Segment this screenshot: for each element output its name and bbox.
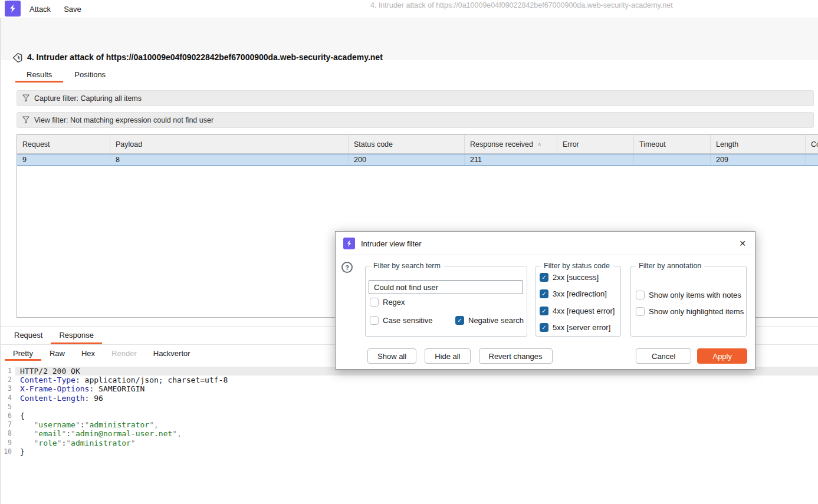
code-line: Content-Length: 96	[15, 394, 818, 403]
code-segment	[20, 439, 34, 447]
results-table-header: RequestPayloadStatus codeResponse receiv…	[17, 135, 818, 154]
code-segment: {	[20, 411, 25, 420]
checkbox-label: 4xx [request error]	[553, 307, 615, 315]
view-tab-pretty[interactable]: Pretty	[5, 345, 41, 361]
results-table-body: 98200211209	[17, 154, 818, 166]
column-header-request[interactable]: Request	[17, 135, 110, 153]
code-line: }	[15, 447, 818, 456]
intruder-attack-window: Attack Save 4. Intruder attack of https:…	[0, 0, 818, 504]
menu-items: Attack Save	[29, 0, 81, 18]
tab-positions[interactable]: Positions	[63, 66, 117, 83]
code-segment: "	[172, 429, 177, 438]
checkbox-unchecked-icon[interactable]	[370, 316, 379, 325]
column-header-payload[interactable]: Payload	[110, 135, 349, 153]
view-filter-bar[interactable]: View filter: Not matching expression cou…	[17, 112, 814, 128]
hide-all-button[interactable]: Hide all	[425, 348, 470, 364]
checkbox-label: Show only items with notes	[649, 291, 741, 299]
intruder-view-filter-dialog: Intruder view filter ✕ ? Filter by searc…	[335, 231, 755, 370]
column-header-timeout[interactable]: Timeout	[634, 135, 711, 153]
checkbox-checked-icon[interactable]: ✓	[455, 316, 464, 325]
checkbox-regex[interactable]: Regex	[370, 298, 405, 307]
code-segment: "	[149, 420, 154, 429]
checkbox-show-only-highlighted-items[interactable]: Show only highlighted items	[636, 307, 744, 316]
dialog-titlebar: Intruder view filter ✕	[336, 232, 755, 255]
dialog-title: Intruder view filter	[361, 232, 422, 255]
code-segment: Content-Length	[20, 394, 85, 403]
tab-results[interactable]: Results	[15, 66, 63, 83]
code-segment: ,	[177, 429, 182, 438]
funnel-icon	[22, 116, 29, 124]
checkbox-checked-icon[interactable]: ✓	[540, 289, 548, 298]
column-header-error[interactable]: Error	[557, 135, 634, 153]
dialog-buttons-left: Show allHide allRevert changes	[367, 348, 553, 364]
table-row-selected[interactable]: 98200211209	[17, 154, 818, 166]
checkbox-show-only-items-with-notes[interactable]: Show only items with notes	[636, 291, 741, 299]
search-term-input[interactable]	[369, 280, 523, 294]
view-tab-hex[interactable]: Hex	[73, 345, 103, 361]
code-segment: HTTP/2 200 OK	[20, 367, 80, 375]
checkbox-5xx-server-error[interactable]: ✓5xx [server error]	[540, 323, 610, 332]
column-header-label: Timeout	[639, 140, 666, 149]
checkbox-2xx-success[interactable]: ✓2xx [success]	[540, 273, 599, 282]
cancel-button[interactable]: Cancel	[636, 348, 691, 364]
column-header-label: Comment	[811, 140, 818, 149]
code-segment	[20, 429, 34, 438]
apply-button[interactable]: Apply	[697, 348, 747, 364]
table-cell	[557, 154, 634, 165]
message-view-tabs: PrettyRawHexRenderHackvertor	[5, 345, 199, 361]
help-icon[interactable]: ?	[341, 262, 353, 273]
column-header-label: Status code	[354, 140, 393, 149]
checkbox-checked-icon[interactable]: ✓	[540, 307, 548, 315]
column-header-response-received[interactable]: Response received∧	[465, 135, 557, 153]
column-header-label: Length	[716, 140, 738, 149]
code-segment: administrator	[89, 420, 149, 429]
code-segment: : application/json; charset=utf-8	[75, 375, 228, 384]
code-segment: "	[71, 429, 75, 438]
group-legend: Filter by annotation	[636, 262, 704, 270]
response-editor[interactable]: 1HTTP/2 200 OK2Content-Type: application…	[0, 364, 818, 504]
checkbox-unchecked-icon[interactable]	[370, 298, 379, 307]
tab-request[interactable]: Request	[6, 327, 51, 342]
column-header-comment[interactable]: Comment	[806, 135, 818, 153]
message-tabs: RequestResponse	[6, 327, 102, 342]
checkbox-case-sensitive[interactable]: Case sensitive	[370, 316, 433, 325]
code-segment: ,	[154, 420, 159, 429]
attack-window-icon	[12, 52, 23, 64]
view-tab-hackvertor[interactable]: Hackvertor	[145, 345, 199, 361]
checkbox-label: Case sensitive	[383, 316, 433, 325]
column-header-status-code[interactable]: Status code	[349, 135, 465, 153]
code-line	[15, 403, 818, 411]
checkbox-label: Regex	[383, 298, 405, 307]
checkbox-3xx-redirection[interactable]: ✓3xx [redirection]	[540, 289, 607, 298]
code-segment: administrator	[71, 439, 131, 447]
column-header-length[interactable]: Length	[711, 135, 806, 153]
checkbox-4xx-request-error[interactable]: ✓4xx [request error]	[540, 307, 615, 315]
tab-response[interactable]: Response	[51, 327, 102, 342]
code-segment: "	[131, 439, 136, 447]
column-header-label: Payload	[116, 140, 142, 149]
show-all-button[interactable]: Show all	[367, 348, 416, 364]
code-segment	[20, 420, 34, 429]
checkbox-checked-icon[interactable]: ✓	[540, 323, 548, 332]
table-cell	[634, 154, 711, 165]
close-icon[interactable]: ✕	[739, 232, 746, 255]
checkbox-negative-search[interactable]: ✓Negative search	[455, 316, 524, 325]
checkbox-label: 3xx [redirection]	[553, 289, 607, 298]
menu-attack[interactable]: Attack	[29, 5, 51, 14]
filter-by-search-term-group: Filter by search term RegexCase sensitiv…	[365, 266, 527, 337]
menu-save[interactable]: Save	[64, 5, 81, 14]
code-segment: admin@normal-user.net	[75, 429, 172, 438]
checkbox-checked-icon[interactable]: ✓	[540, 273, 548, 282]
view-filter-label: View filter: Not matching expression cou…	[34, 116, 213, 124]
view-tab-raw[interactable]: Raw	[41, 345, 73, 361]
revert-changes-button[interactable]: Revert changes	[479, 348, 553, 364]
checkbox-unchecked-icon[interactable]	[636, 307, 645, 316]
line-number: 7	[0, 420, 12, 429]
intruder-app-icon	[5, 1, 21, 17]
line-number: 9	[0, 439, 12, 447]
capture-filter-bar[interactable]: Capture filter: Capturing all items	[17, 90, 814, 106]
checkbox-unchecked-icon[interactable]	[636, 291, 645, 299]
capture-filter-label: Capture filter: Capturing all items	[34, 94, 142, 103]
table-cell: 8	[110, 154, 349, 165]
code-segment: X-Frame-Options	[20, 384, 89, 393]
